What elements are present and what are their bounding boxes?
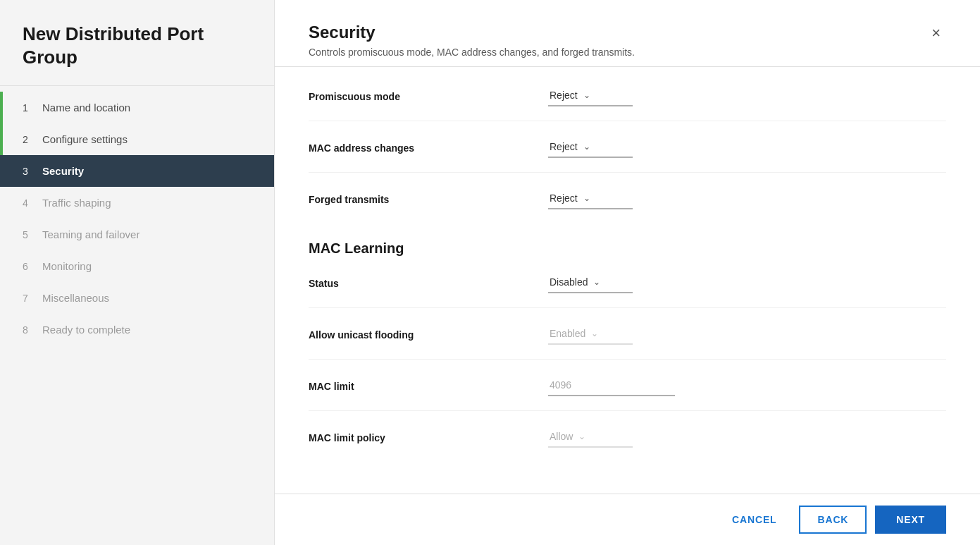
main-title-area: Security Controls promiscuous mode, MAC … — [309, 23, 635, 58]
chevron-down-icon: ⌄ — [578, 431, 585, 441]
dialog: New Distributed Port Group 1 Name and lo… — [0, 0, 980, 545]
step-number-2: 2 — [23, 134, 35, 145]
mac-select-value-0: Disabled — [550, 276, 588, 288]
chevron-down-icon: ⌄ — [583, 90, 590, 100]
sidebar-step-3[interactable]: 3 Security — [0, 155, 274, 187]
sidebar-title: New Distributed Port Group — [0, 0, 274, 86]
security-field-row-1: MAC address changes Reject ⌄ — [309, 138, 946, 173]
security-field-label-2: Forged transmits — [309, 194, 548, 205]
sidebar-step-7[interactable]: 7 Miscellaneous — [0, 282, 274, 314]
mac-field-label-0: Status — [309, 278, 548, 289]
step-number-7: 7 — [23, 293, 35, 304]
main-header: Security Controls promiscuous mode, MAC … — [275, 0, 980, 67]
sidebar-step-1[interactable]: 1 Name and location — [0, 92, 274, 123]
mac-fields-container: Status Disabled ⌄ Allow unicast flooding… — [309, 274, 946, 462]
step-label-5: Teaming and failover — [42, 228, 139, 240]
close-button[interactable]: × — [926, 23, 946, 44]
main-panel: Security Controls promiscuous mode, MAC … — [275, 0, 980, 545]
step-number-6: 6 — [23, 261, 35, 272]
mac-field-row-2: MAC limit — [309, 376, 946, 411]
chevron-down-icon: ⌄ — [591, 329, 598, 338]
chevron-down-icon: ⌄ — [583, 193, 590, 203]
mac-select-1: Enabled ⌄ — [548, 325, 633, 345]
chevron-down-icon: ⌄ — [583, 142, 590, 152]
mac-field-label-3: MAC limit policy — [309, 432, 548, 443]
step-number-1: 1 — [23, 102, 35, 114]
security-select-value-0: Reject — [550, 90, 578, 101]
step-label-8: Ready to complete — [42, 324, 130, 336]
security-field-label-0: Promiscuous mode — [309, 91, 548, 102]
security-select-2[interactable]: Reject ⌄ — [548, 190, 633, 209]
step-label-7: Miscellaneous — [42, 292, 109, 304]
sidebar-step-5[interactable]: 5 Teaming and failover — [0, 219, 274, 250]
mac-learning-section: MAC Learning Status Disabled ⌄ Allow uni… — [309, 240, 946, 462]
mac-field-row-0: Status Disabled ⌄ — [309, 274, 946, 308]
mac-field-label-2: MAC limit — [309, 381, 548, 392]
sidebar-steps: 1 Name and location 2 Configure settings… — [0, 92, 274, 345]
security-field-control-1: Reject ⌄ — [548, 138, 946, 158]
mac-field-control-3: Allow ⌄ — [548, 428, 946, 448]
mac-field-control-0: Disabled ⌄ — [548, 274, 946, 293]
mac-field-row-3: MAC limit policy Allow ⌄ — [309, 428, 946, 462]
security-field-control-2: Reject ⌄ — [548, 190, 946, 209]
security-select-value-2: Reject — [550, 192, 578, 204]
security-select-0[interactable]: Reject ⌄ — [548, 87, 633, 106]
mac-select-0[interactable]: Disabled ⌄ — [548, 274, 633, 293]
mac-select-value-1: Enabled — [550, 328, 585, 339]
mac-select-3: Allow ⌄ — [548, 428, 633, 448]
sidebar-step-4[interactable]: 4 Traffic shaping — [0, 187, 274, 219]
step-label-3: Security — [42, 165, 84, 177]
security-field-label-1: MAC address changes — [309, 142, 548, 154]
security-select-1[interactable]: Reject ⌄ — [548, 138, 633, 158]
step-number-8: 8 — [23, 324, 35, 336]
mac-field-label-1: Allow unicast flooding — [309, 329, 548, 341]
main-subtitle: Controls promiscuous mode, MAC address c… — [309, 47, 635, 58]
step-label-2: Configure settings — [42, 133, 128, 145]
step-number-4: 4 — [23, 197, 35, 209]
sidebar-step-2[interactable]: 2 Configure settings — [0, 123, 274, 155]
sidebar-step-8[interactable]: 8 Ready to complete — [0, 314, 274, 345]
step-label-1: Name and location — [42, 102, 130, 114]
chevron-down-icon: ⌄ — [593, 277, 600, 287]
cancel-button[interactable]: CANCEL — [718, 507, 790, 532]
main-title: Security — [309, 23, 635, 42]
step-number-5: 5 — [23, 229, 35, 240]
security-field-row-2: Forged transmits Reject ⌄ — [309, 190, 946, 223]
step-label-4: Traffic shaping — [42, 197, 111, 209]
security-fields-container: Promiscuous mode Reject ⌄ MAC address ch… — [309, 87, 946, 223]
step-label-6: Monitoring — [42, 260, 92, 272]
main-content: Promiscuous mode Reject ⌄ MAC address ch… — [275, 67, 980, 494]
mac-input-2 — [548, 376, 675, 396]
mac-select-value-3: Allow — [550, 431, 573, 442]
sidebar-step-6[interactable]: 6 Monitoring — [0, 250, 274, 282]
mac-field-control-2 — [548, 376, 946, 396]
security-select-value-1: Reject — [550, 141, 578, 152]
mac-field-control-1: Enabled ⌄ — [548, 325, 946, 345]
mac-learning-title: MAC Learning — [309, 240, 946, 257]
sidebar: New Distributed Port Group 1 Name and lo… — [0, 0, 275, 545]
security-field-control-0: Reject ⌄ — [548, 87, 946, 106]
step-number-3: 3 — [23, 166, 35, 177]
security-field-row-0: Promiscuous mode Reject ⌄ — [309, 87, 946, 121]
back-button[interactable]: BACK — [799, 506, 867, 534]
mac-field-row-1: Allow unicast flooding Enabled ⌄ — [309, 325, 946, 360]
next-button[interactable]: NEXT — [875, 506, 946, 534]
main-footer: CANCEL BACK NEXT — [275, 494, 980, 545]
